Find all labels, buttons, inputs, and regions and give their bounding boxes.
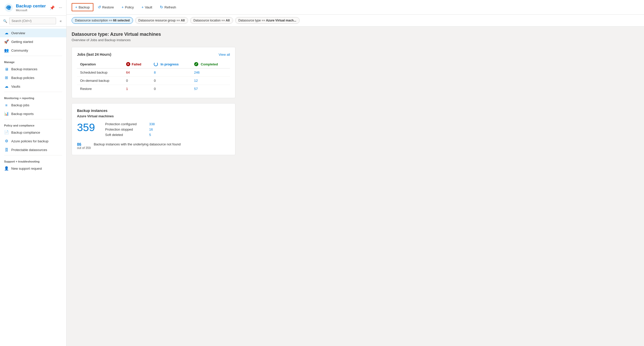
sidebar-item-overview[interactable]: ☁ Overview <box>0 29 66 37</box>
page-title: Datasource type: Azure Virtual machines <box>72 32 639 37</box>
sidebar-item-label: Backup compliance <box>11 131 40 134</box>
restore-button[interactable]: ↺ Restore <box>94 3 117 11</box>
soft-deleted-label: Soft deleted <box>105 133 146 137</box>
list-item: Protection configured 338 <box>105 122 155 126</box>
refresh-icon: ↻ <box>160 5 163 9</box>
sidebar: Backup center Microsoft 📌 ··· 🔍 « ☁ Over… <box>0 0 67 346</box>
col-in-progress: In progress <box>151 60 191 68</box>
scheduled-failed[interactable]: 64 <box>126 71 130 74</box>
sidebar-item-label: Vaults <box>11 85 20 88</box>
underlying-datasource-sub: out of 359 <box>77 146 91 150</box>
page-subtitle: Overview of Jobs and Backup instances <box>72 38 639 42</box>
restore-icon: ↺ <box>98 5 101 9</box>
search-icon: 🔍 <box>3 19 7 23</box>
protection-configured-label: Protection configured <box>105 122 146 126</box>
op-restore: Restore <box>77 85 123 93</box>
vaults-icon: ☁ <box>4 84 9 89</box>
refresh-button[interactable]: ↻ Refresh <box>157 3 180 11</box>
vault-button-label: Vault <box>145 5 152 9</box>
sidebar-item-community[interactable]: 👥 Community <box>0 46 66 55</box>
instances-total-count[interactable]: 359 <box>77 122 95 133</box>
policy-button[interactable]: + Policy <box>118 3 137 11</box>
sidebar-item-label: Backup instances <box>11 67 37 71</box>
backup-jobs-icon: ≡ <box>4 103 9 107</box>
policy-plus-icon: + <box>122 5 124 9</box>
nav-divider-monitoring <box>4 92 62 92</box>
jobs-card-title: Jobs (last 24 Hours) View all <box>77 52 230 56</box>
main-content: + Backup ↺ Restore + Policy + Vault ↻ Re… <box>67 0 644 346</box>
table-row: Scheduled backup 64 8 246 <box>77 68 230 77</box>
search-container: 🔍 « <box>0 16 66 27</box>
sidebar-item-backup-instances[interactable]: 🖥 Backup instances <box>0 65 66 73</box>
ondemand-failed: 0 <box>123 77 151 85</box>
sidebar-item-protectable-datasources[interactable]: 🗄 Protectable datasources <box>0 145 66 154</box>
backup-button[interactable]: + Backup <box>72 3 93 11</box>
svg-rect-4 <box>8 8 10 9</box>
sidebar-item-backup-reports[interactable]: 📊 Backup reports <box>0 109 66 118</box>
filter-resource-group[interactable]: Datasource resource group == All <box>135 17 188 24</box>
collapse-sidebar-button[interactable]: « <box>58 18 63 24</box>
restore-completed[interactable]: 57 <box>194 87 198 91</box>
sidebar-item-new-support-request[interactable]: 👤 New support request <box>0 164 66 173</box>
nav-section-support: Support + troubleshooting <box>0 156 66 164</box>
filter-subscription-label: Datasource subscription == <box>75 19 112 22</box>
content-area: Datasource type: Azure Virtual machines … <box>67 27 644 346</box>
sidebar-header: Backup center Microsoft 📌 ··· <box>0 0 66 16</box>
overview-icon: ☁ <box>4 31 9 35</box>
op-scheduled: Scheduled backup <box>77 68 123 77</box>
ondemand-inprogress: 0 <box>151 77 191 85</box>
sidebar-item-label: Backup reports <box>11 112 34 116</box>
op-ondemand: On-demand backup <box>77 77 123 85</box>
protection-configured-value[interactable]: 338 <box>149 122 155 126</box>
col-operation: Operation <box>77 60 123 68</box>
sidebar-item-label: New support request <box>11 167 42 170</box>
getting-started-icon: 🚀 <box>4 39 9 44</box>
pin-icon[interactable]: 📌 <box>50 5 55 10</box>
sidebar-item-label: Overview <box>11 31 25 35</box>
filter-bar: Datasource subscription == 66 selected D… <box>67 15 644 27</box>
nav-divider-policy <box>4 119 62 119</box>
filter-location[interactable]: Datasource location == All <box>190 17 233 24</box>
scheduled-inprogress[interactable]: 8 <box>154 71 156 74</box>
filter-subscription[interactable]: Datasource subscription == 66 selected <box>72 17 133 24</box>
underlying-datasource-num[interactable]: 86 <box>77 142 91 146</box>
backup-instances-title: Backup instances <box>77 109 230 113</box>
refresh-button-label: Refresh <box>165 5 176 9</box>
protection-stopped-value[interactable]: 16 <box>149 128 153 131</box>
sidebar-item-azure-policies[interactable]: ⚙ Azure policies for backup <box>0 137 66 145</box>
restore-button-label: Restore <box>102 5 114 9</box>
filter-resource-group-label: Datasource resource group == <box>138 19 180 22</box>
nav-section-monitoring: Monitoring + reporting <box>0 93 66 101</box>
backup-reports-icon: 📊 <box>4 111 9 116</box>
restore-failed[interactable]: 1 <box>126 87 128 91</box>
view-all-link[interactable]: View all <box>219 53 230 56</box>
sidebar-item-getting-started[interactable]: 🚀 Getting started <box>0 37 66 46</box>
sidebar-item-vaults[interactable]: ☁ Vaults <box>0 82 66 91</box>
nav-section-manage: Manage <box>0 57 66 65</box>
toolbar: + Backup ↺ Restore + Policy + Vault ↻ Re… <box>67 0 644 15</box>
ondemand-completed[interactable]: 12 <box>194 79 198 83</box>
table-row: Restore 1 0 57 <box>77 85 230 93</box>
sidebar-item-label: Protectable datasources <box>11 148 47 152</box>
sidebar-item-label: Getting started <box>11 40 33 44</box>
instances-body: 359 Protection configured 338 Protection… <box>77 122 230 137</box>
app-subtitle: Microsoft <box>16 9 46 12</box>
app-title: Backup center <box>16 4 46 9</box>
instances-bottom: 86 out of 359 Backup instances with the … <box>77 142 230 150</box>
filter-datasource-type[interactable]: Datasource type == Azure Virtual mach... <box>235 17 300 24</box>
vault-button[interactable]: + Vault <box>138 3 156 11</box>
more-options-icon[interactable]: ··· <box>59 5 62 10</box>
vault-plus-icon: + <box>141 5 144 9</box>
nav-divider-support <box>4 155 62 155</box>
sidebar-item-backup-compliance[interactable]: 📄 Backup compliance <box>0 128 66 137</box>
sidebar-item-backup-jobs[interactable]: ≡ Backup jobs <box>0 101 66 109</box>
community-icon: 👥 <box>4 48 9 53</box>
soft-deleted-value[interactable]: 5 <box>149 133 151 137</box>
scheduled-completed[interactable]: 246 <box>194 71 200 74</box>
protection-stopped-label: Protection stopped <box>105 128 146 131</box>
sidebar-item-backup-policies[interactable]: ⊞ Backup policies <box>0 73 66 82</box>
app-logo-icon <box>4 3 13 12</box>
jobs-table: Operation ✕ Failed In progress <box>77 60 230 93</box>
backup-policies-icon: ⊞ <box>4 75 9 80</box>
search-input[interactable] <box>9 18 56 24</box>
